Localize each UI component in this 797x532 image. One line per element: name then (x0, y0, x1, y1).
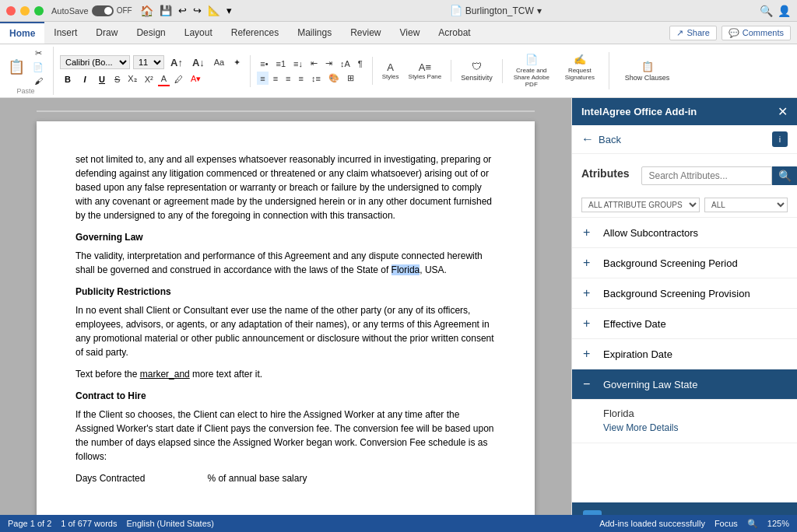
sidebar-title: IntelAgree Office Add-in (581, 106, 697, 117)
sidebar-close-button[interactable]: ✕ (778, 104, 788, 119)
clear-format-button[interactable]: ✦ (230, 56, 244, 69)
shading-button[interactable]: 🎨 (325, 72, 342, 85)
tab-references[interactable]: References (222, 23, 288, 43)
justify-button[interactable]: ≡ (296, 72, 307, 85)
zoom-icon: 🔍 (747, 519, 758, 529)
paste-button[interactable]: 📋 (5, 58, 28, 75)
font-size-select[interactable]: 11 (133, 55, 164, 69)
tab-draw[interactable]: Draw (86, 23, 127, 43)
styles-section: A Styles A≡ Styles Pane (379, 60, 452, 82)
undo-icon[interactable]: ↩ (178, 5, 187, 16)
format-painter-button[interactable]: 🖌 (30, 75, 47, 87)
search-button[interactable]: 🔍 (772, 166, 797, 185)
numbering-button[interactable]: ≡1 (273, 57, 290, 70)
autosave-area: AutoSave OFF (51, 5, 132, 16)
create-share-pdf-button[interactable]: 📄 Create and Share Adobe PDF (509, 52, 554, 89)
close-button[interactable] (6, 6, 16, 16)
doc-language: English (United States) (126, 519, 214, 528)
attr-item-expiration-date[interactable]: + Expiration Date (572, 339, 797, 369)
font-color-button[interactable]: A (158, 72, 170, 86)
border-button[interactable]: ⊞ (344, 72, 357, 85)
attr-value-governing-law: Florida (603, 408, 786, 419)
cut-button[interactable]: ✂ (30, 47, 47, 60)
subscript-button[interactable]: X₂ (125, 72, 139, 86)
increase-indent-button[interactable]: ⇥ (322, 57, 335, 70)
increase-font-button[interactable]: A↑ (167, 55, 186, 70)
tab-layout[interactable]: Layout (175, 23, 222, 43)
sort-button[interactable]: ↕A (337, 57, 353, 70)
tab-mailings[interactable]: Mailings (288, 23, 341, 43)
view-more-details-link[interactable]: View More Details (603, 422, 678, 433)
tab-review[interactable]: Review (341, 23, 390, 43)
line-spacing-button[interactable]: ↕≡ (308, 72, 324, 85)
doc-para-contract: If the Client so chooses, the Client can… (75, 408, 496, 464)
request-signatures-button[interactable]: ✍ Request Signatures (557, 52, 602, 89)
styles-buttons: A Styles A≡ Styles Pane (379, 60, 445, 82)
change-case-button[interactable]: Aa (211, 56, 227, 68)
back-arrow-icon[interactable]: ← (581, 132, 594, 146)
align-center-button[interactable]: ≡ (270, 72, 281, 85)
autosave-toggle[interactable] (92, 5, 114, 16)
document-area[interactable]: set not limited to, any and all expenses… (0, 98, 571, 532)
highlight-florida: Florida (391, 264, 420, 275)
multilevel-button[interactable]: ≡↓ (290, 57, 306, 70)
attr-item-background-provision[interactable]: + Background Screening Provision (572, 278, 797, 309)
decrease-font-button[interactable]: A↓ (189, 55, 208, 70)
attr-item-effective-date[interactable]: + Effective Date (572, 309, 797, 339)
bullets-button[interactable]: ≡• (257, 57, 271, 70)
attr-item-background-period[interactable]: + Background Screening Period (572, 248, 797, 278)
attr-item-allow-subcontractors[interactable]: + Allow Subcontractors (572, 218, 797, 248)
minimize-button[interactable] (20, 6, 30, 16)
copy-button[interactable]: 📄 (30, 61, 47, 74)
sensitivity-button[interactable]: 🛡 Sensitivity (458, 59, 496, 83)
show-clauses-button[interactable]: 📋 Show Clauses (622, 59, 673, 83)
sidebar-back-row: ← Back i (572, 125, 797, 154)
addins-status: Add-ins loaded successfully (599, 519, 705, 528)
draw-icon[interactable]: 📐 (208, 5, 220, 16)
strikethrough-button[interactable]: S (111, 73, 123, 86)
home-icon[interactable]: 🏠 (140, 5, 153, 17)
sidebar-header: IntelAgree Office Add-in ✕ (572, 98, 797, 125)
attribute-value-filter[interactable]: ALL (704, 198, 788, 212)
expand-icon-0: + (583, 226, 595, 240)
info-button[interactable]: i (772, 131, 788, 147)
text-color-button[interactable]: A▾ (188, 72, 204, 86)
account-icon[interactable]: 👤 (778, 5, 791, 17)
italic-button[interactable]: I (77, 72, 93, 87)
styles-button[interactable]: A Styles (379, 60, 402, 82)
attr-item-governing-law[interactable]: − Governing Law State (572, 369, 797, 400)
styles-pane-button[interactable]: A≡ Styles Pane (406, 60, 445, 82)
share-button[interactable]: ↗ Share (669, 26, 716, 40)
tab-design[interactable]: Design (127, 23, 174, 43)
tab-acrobat[interactable]: Acrobat (429, 23, 479, 43)
comments-button[interactable]: 💬 Comments (722, 26, 791, 40)
underline-button[interactable]: U (94, 72, 110, 87)
page-info: Page 1 of 2 (8, 519, 51, 528)
autosave-dot (104, 7, 112, 15)
bold-button[interactable]: B (60, 72, 75, 87)
align-right-button[interactable]: ≡ (283, 72, 293, 85)
align-left-button[interactable]: ≡ (257, 72, 268, 85)
redo-icon[interactable]: ↪ (193, 5, 202, 16)
tab-insert[interactable]: Insert (44, 23, 86, 43)
focus-label: Focus (714, 519, 738, 528)
superscript-button[interactable]: X² (142, 73, 156, 86)
more-icon[interactable]: ▾ (226, 5, 232, 16)
font-family-select[interactable]: Calibri (Bo... (60, 55, 130, 69)
title-bar: AutoSave OFF 🏠 💾 ↩ ↪ 📐 ▾ 📄 Burlington_TC… (0, 0, 797, 22)
back-label[interactable]: Back (599, 134, 621, 145)
maximize-button[interactable] (34, 6, 44, 16)
search-input[interactable] (641, 166, 772, 185)
search-icon[interactable]: 🔍 (760, 5, 773, 17)
tab-view[interactable]: View (391, 23, 430, 43)
document-page-1: set not limited to, any and all expenses… (37, 121, 535, 516)
sidebar: IntelAgree Office Add-in ✕ ← Back i Atri… (571, 98, 797, 532)
highlight-button[interactable]: 🖊 (171, 73, 186, 86)
save-icon[interactable]: 💾 (160, 5, 172, 16)
ribbon-right-actions: ↗ Share 💬 Comments (663, 23, 797, 44)
decrease-indent-button[interactable]: ⇤ (307, 57, 321, 70)
attribute-group-filter[interactable]: ALL ATTRIBUTE GROUPS (581, 198, 700, 212)
tab-home[interactable]: Home (0, 22, 44, 44)
show-marks-button[interactable]: ¶ (355, 57, 366, 70)
filter-row: ALL ATTRIBUTE GROUPS ALL (572, 193, 797, 218)
